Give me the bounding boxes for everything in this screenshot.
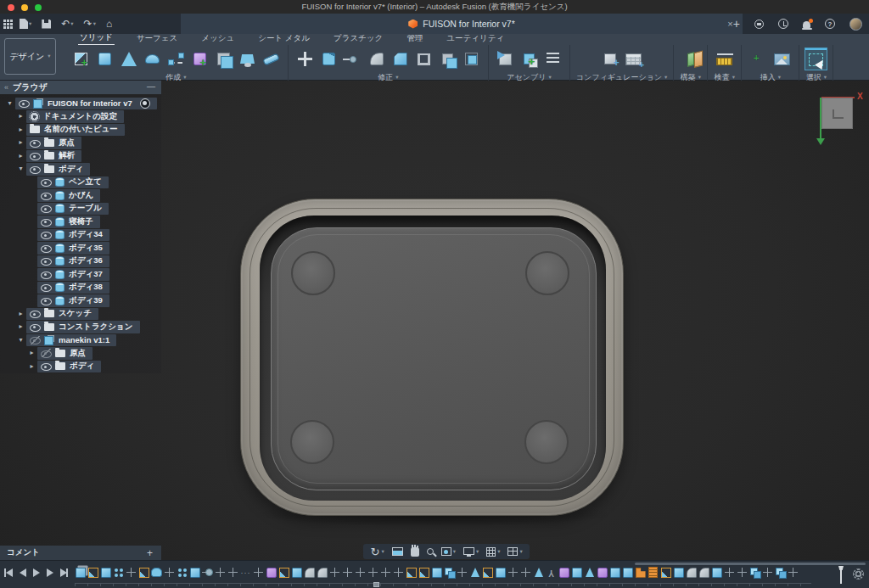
- timeline-settings-gear-icon[interactable]: [853, 568, 864, 580]
- ribbon-tab-5[interactable]: 管理: [405, 33, 424, 45]
- visibility-eye-icon[interactable]: [41, 257, 51, 266]
- tree-row[interactable]: ▸コンストラクション: [0, 321, 161, 334]
- ribbon-tab-2[interactable]: メッシュ: [199, 33, 236, 45]
- sweep-button[interactable]: [142, 48, 163, 70]
- timeline-form-purple-icon[interactable]: [597, 566, 608, 579]
- collapse-panel-icon[interactable]: «: [0, 83, 13, 92]
- file-button[interactable]: ▾: [16, 15, 35, 32]
- nav-fit-button[interactable]: ▾: [437, 544, 459, 559]
- tree-row[interactable]: ボディ36: [0, 255, 161, 268]
- nav-orbit-button[interactable]: ↻▾: [367, 544, 388, 559]
- tree-row[interactable]: ボディ34: [0, 228, 161, 242]
- insert-derive-button[interactable]: [495, 48, 516, 70]
- play-button[interactable]: [31, 567, 42, 579]
- timeline-sketch-icon[interactable]: [138, 566, 149, 579]
- chevron-right-icon[interactable]: ▸: [15, 113, 26, 120]
- close-window-button[interactable]: [8, 4, 14, 11]
- table-foot[interactable]: [290, 420, 334, 464]
- timeline-sketch-icon[interactable]: [406, 566, 417, 579]
- extensions-button[interactable]: [751, 15, 767, 32]
- step-back-button[interactable]: [17, 567, 28, 579]
- timeline-ellipsis-icon[interactable]: ···: [240, 566, 251, 579]
- tree-row[interactable]: ボディ38: [0, 281, 161, 294]
- tree-row[interactable]: ▸ボディ: [0, 360, 161, 373]
- timeline-move-icon[interactable]: [380, 566, 391, 579]
- timeline-pattern-orange-icon[interactable]: [648, 566, 659, 579]
- tree-row[interactable]: ▸原点: [0, 137, 161, 150]
- visibility-eye-icon[interactable]: [41, 178, 51, 187]
- tree-row[interactable]: ▾ボディ: [0, 163, 161, 176]
- timeline-combine-icon[interactable]: [775, 566, 786, 579]
- visibility-eye-icon[interactable]: [41, 231, 51, 239]
- help-button[interactable]: [821, 15, 838, 32]
- skip-end-button[interactable]: [58, 567, 69, 579]
- timeline-sketch-icon[interactable]: [278, 566, 289, 579]
- tree-row[interactable]: ボディ35: [0, 242, 161, 255]
- timeline-move-icon[interactable]: [737, 566, 748, 579]
- skip-start-button[interactable]: [3, 567, 14, 579]
- joint-list-button[interactable]: [542, 48, 563, 70]
- chevron-right-icon[interactable]: ▸: [15, 311, 26, 317]
- notifications-button[interactable]: [799, 15, 814, 32]
- tree-row[interactable]: ボディ37: [0, 268, 161, 282]
- timeline-move-icon[interactable]: [762, 566, 773, 579]
- tree-row[interactable]: ▸ドキュメントの設定: [0, 110, 161, 124]
- tree-row[interactable]: ▾manekin v1:1: [0, 333, 161, 347]
- measure-button[interactable]: [714, 48, 735, 70]
- insert-image-button[interactable]: [771, 48, 793, 70]
- timeline-track[interactable]: [75, 583, 811, 586]
- timeline-component-icon[interactable]: [75, 566, 86, 579]
- timeline-extrude-icon[interactable]: [495, 566, 506, 579]
- tree-row[interactable]: ボディ39: [0, 294, 161, 308]
- pipe-button[interactable]: [261, 48, 282, 70]
- timeline-fillet-icon[interactable]: [686, 566, 697, 579]
- timeline-combine-icon[interactable]: [444, 566, 455, 579]
- tree-row[interactable]: ▸解析: [0, 149, 161, 163]
- view-cube[interactable]: [821, 98, 853, 129]
- ribbon-tab-4[interactable]: プラスチック: [332, 33, 384, 45]
- timeline-sketch-icon[interactable]: [87, 566, 98, 579]
- job-status-button[interactable]: [775, 15, 792, 32]
- comments-bar[interactable]: コメント +: [0, 546, 161, 560]
- extrude-button[interactable]: [94, 48, 115, 70]
- timeline-revolve-icon[interactable]: [533, 566, 544, 579]
- timeline-sketch-orange-icon[interactable]: [635, 566, 646, 579]
- timeline-sketch-icon[interactable]: [660, 566, 671, 579]
- activate-component-radio[interactable]: [140, 98, 150, 109]
- timeline-move-icon[interactable]: [507, 566, 519, 579]
- tree-row[interactable]: ▸原点: [0, 347, 161, 361]
- tree-row[interactable]: かびん: [0, 189, 161, 203]
- visibility-eye-icon[interactable]: [30, 322, 40, 331]
- redo-button[interactable]: ↷▾: [81, 15, 99, 32]
- undo-button[interactable]: ↶▾: [58, 15, 76, 32]
- timeline-extrude-icon[interactable]: [673, 566, 684, 579]
- table-foot[interactable]: [291, 251, 335, 295]
- profile-button[interactable]: [846, 15, 866, 32]
- timeline-sketch-icon[interactable]: [418, 566, 429, 579]
- visibility-eye-icon[interactable]: [41, 191, 51, 199]
- tree-row[interactable]: ▾FUISON for Interior v7: [0, 97, 161, 110]
- table-foot[interactable]: [524, 420, 569, 464]
- tree-row[interactable]: ▸名前の付いたビュー: [0, 123, 161, 137]
- timeline-move-icon[interactable]: [126, 566, 137, 579]
- timeline-move-icon[interactable]: [367, 566, 378, 579]
- tree-row[interactable]: ペン立て: [0, 176, 161, 189]
- timeline-move-icon[interactable]: [329, 566, 340, 579]
- timeline-fillet-icon[interactable]: [304, 566, 315, 579]
- minimize-panel-icon[interactable]: —: [147, 81, 155, 91]
- nav-display-settings-button[interactable]: ▾: [459, 544, 482, 559]
- apps-grid-button[interactable]: [3, 15, 13, 32]
- timeline-extrude-icon[interactable]: [100, 566, 111, 579]
- press-pull-button[interactable]: [318, 48, 339, 70]
- nav-viewports-button[interactable]: ▾: [504, 544, 526, 559]
- chevron-right-icon[interactable]: ▸: [15, 323, 26, 330]
- timeline-extrude-icon[interactable]: [622, 566, 633, 579]
- add-comment-button[interactable]: +: [147, 547, 153, 559]
- chamfer-button[interactable]: [390, 48, 411, 70]
- timeline-revolve-icon[interactable]: [469, 566, 480, 579]
- pattern-button[interactable]: [461, 48, 482, 70]
- visibility-eye-icon[interactable]: [41, 270, 51, 278]
- offset-face-button[interactable]: [437, 48, 458, 70]
- ribbon-tab-0[interactable]: ソリッド: [78, 32, 115, 45]
- timeline-move-icon[interactable]: [342, 566, 353, 579]
